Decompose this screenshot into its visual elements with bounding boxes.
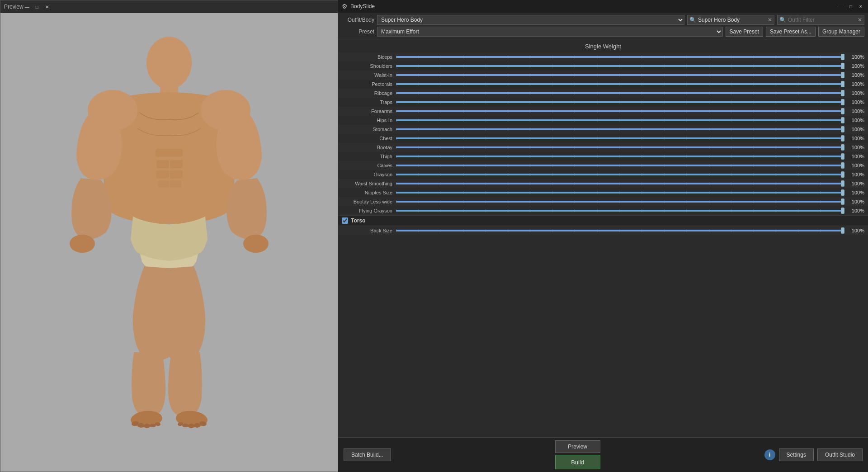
slider-thumb[interactable] bbox=[841, 171, 844, 178]
slider-fill bbox=[396, 110, 843, 112]
bs-close-btn[interactable]: ✕ bbox=[857, 3, 864, 10]
slider-track-wrap[interactable] bbox=[396, 189, 843, 196]
save-preset-as-button[interactable]: Save Preset As... bbox=[766, 27, 816, 37]
search-outfit-clear[interactable]: ✕ bbox=[768, 17, 772, 23]
slider-label-ribcage: Ribcage bbox=[342, 90, 396, 96]
slider-value: 100% bbox=[845, 109, 864, 114]
slider-thumb[interactable] bbox=[841, 227, 844, 234]
slider-thumb[interactable] bbox=[841, 63, 844, 69]
batch-build-button[interactable]: Batch Build... bbox=[344, 448, 391, 461]
slider-value: 100% bbox=[845, 81, 864, 87]
slider-track bbox=[396, 128, 843, 130]
slider-track-wrap[interactable] bbox=[396, 54, 843, 60]
slider-track-wrap[interactable] bbox=[396, 144, 843, 151]
slider-track-wrap[interactable] bbox=[396, 135, 843, 142]
save-preset-button[interactable]: Save Preset bbox=[726, 27, 763, 37]
slider-thumb[interactable] bbox=[841, 90, 844, 96]
bs-maximize-btn[interactable]: □ bbox=[847, 3, 854, 10]
slider-label-traps: Traps bbox=[342, 99, 396, 105]
slider-track-wrap[interactable] bbox=[396, 198, 843, 205]
slider-track-wrap[interactable] bbox=[396, 227, 843, 234]
slider-value: 100% bbox=[845, 181, 864, 186]
outfit-body-select[interactable]: Super Hero Body bbox=[377, 15, 684, 25]
slider-track bbox=[396, 230, 843, 231]
slider-thumb[interactable] bbox=[841, 81, 844, 87]
slider-thumb[interactable] bbox=[841, 144, 844, 151]
body-figure bbox=[61, 22, 278, 429]
slider-thumb[interactable] bbox=[841, 126, 844, 132]
svg-point-5 bbox=[70, 235, 95, 253]
slider-row: Bootay Less wide100% bbox=[338, 197, 868, 206]
search-filter-clear[interactable]: ✕ bbox=[858, 17, 862, 23]
slider-label-thigh: Thigh bbox=[342, 154, 396, 159]
slider-track-wrap[interactable] bbox=[396, 208, 843, 214]
slider-track-wrap[interactable] bbox=[396, 171, 843, 178]
slider-fill bbox=[396, 165, 843, 166]
slider-thumb[interactable] bbox=[841, 108, 844, 114]
slider-track bbox=[396, 83, 843, 85]
slider-track-wrap[interactable] bbox=[396, 180, 843, 187]
build-button[interactable]: Build bbox=[555, 455, 600, 469]
torso-section-header: Torso bbox=[338, 215, 868, 226]
slider-track-wrap[interactable] bbox=[396, 72, 843, 78]
bs-titlebar-controls: — □ ✕ bbox=[837, 3, 864, 10]
slider-thumb[interactable] bbox=[841, 72, 844, 78]
slider-track-wrap[interactable] bbox=[396, 63, 843, 69]
slider-thumb[interactable] bbox=[841, 135, 844, 142]
slider-thumb[interactable] bbox=[841, 153, 844, 160]
preview-body bbox=[0, 13, 338, 472]
slider-label-waist-smoothing: Waist Smoothing bbox=[342, 181, 396, 186]
settings-button[interactable]: Settings bbox=[779, 448, 814, 461]
svg-rect-12 bbox=[158, 180, 169, 188]
svg-rect-10 bbox=[156, 170, 169, 179]
svg-point-1 bbox=[146, 37, 192, 89]
slider-track-wrap[interactable] bbox=[396, 126, 843, 132]
preview-panel: Preview — □ ✕ bbox=[0, 0, 338, 472]
slider-row: Thigh100% bbox=[338, 152, 868, 161]
info-icon[interactable]: i bbox=[764, 449, 775, 460]
bottom-actions: Preview Build bbox=[555, 440, 600, 469]
slider-track-wrap[interactable] bbox=[396, 99, 843, 105]
preview-close-btn[interactable]: ✕ bbox=[43, 3, 51, 10]
slider-label-nipples-size: Nipples Size bbox=[342, 190, 396, 195]
slider-thumb[interactable] bbox=[841, 189, 844, 196]
preview-button[interactable]: Preview bbox=[555, 440, 600, 453]
slider-value: 100% bbox=[845, 172, 864, 177]
preview-minimize-btn[interactable]: — bbox=[24, 3, 31, 10]
preset-select[interactable]: Maximum Effort bbox=[377, 27, 723, 37]
preview-maximize-btn[interactable]: □ bbox=[33, 3, 41, 10]
slider-thumb[interactable] bbox=[841, 99, 844, 105]
slider-row: Ribcage100% bbox=[338, 89, 868, 98]
slider-track-wrap[interactable] bbox=[396, 117, 843, 123]
slider-value: 100% bbox=[845, 154, 864, 159]
bs-minimize-btn[interactable]: — bbox=[837, 3, 844, 10]
slider-thumb[interactable] bbox=[841, 117, 844, 123]
slider-track-wrap[interactable] bbox=[396, 90, 843, 96]
slider-fill bbox=[396, 119, 843, 121]
slider-fill bbox=[396, 83, 843, 85]
slider-row: Forearms100% bbox=[338, 107, 868, 116]
slider-track-wrap[interactable] bbox=[396, 153, 843, 160]
slider-label-grayson: Grayson bbox=[342, 172, 396, 177]
slider-track-wrap[interactable] bbox=[396, 108, 843, 114]
group-manager-button[interactable]: Group Manager bbox=[818, 27, 864, 37]
slider-thumb[interactable] bbox=[841, 208, 844, 214]
slider-track bbox=[396, 110, 843, 112]
svg-point-19 bbox=[150, 424, 156, 427]
slider-label-biceps: Biceps bbox=[342, 54, 396, 60]
svg-rect-8 bbox=[156, 160, 169, 168]
outfit-studio-button[interactable]: Outfit Studio bbox=[817, 448, 863, 461]
slider-track bbox=[396, 165, 843, 166]
slider-thumb[interactable] bbox=[841, 162, 844, 169]
slider-track bbox=[396, 92, 843, 94]
slider-track-wrap[interactable] bbox=[396, 81, 843, 87]
slider-thumb[interactable] bbox=[841, 54, 844, 60]
torso-checkbox[interactable] bbox=[342, 217, 348, 224]
svg-point-17 bbox=[138, 423, 144, 428]
slider-thumb[interactable] bbox=[841, 180, 844, 187]
search-outfit-input[interactable] bbox=[698, 17, 766, 23]
slider-track-wrap[interactable] bbox=[396, 162, 843, 169]
slider-thumb[interactable] bbox=[841, 198, 844, 205]
slider-row: Nipples Size100% bbox=[338, 188, 868, 197]
search-filter-input[interactable] bbox=[788, 17, 856, 23]
